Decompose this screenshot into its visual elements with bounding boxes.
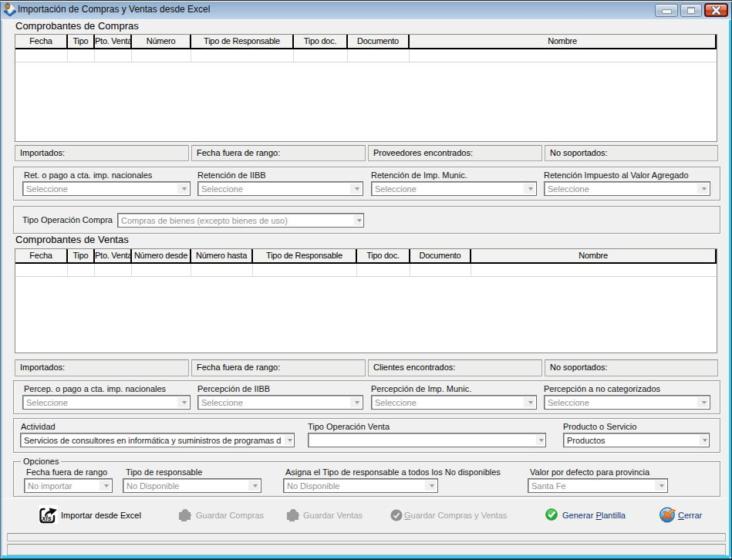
svg-text:xls: xls [41, 514, 52, 522]
